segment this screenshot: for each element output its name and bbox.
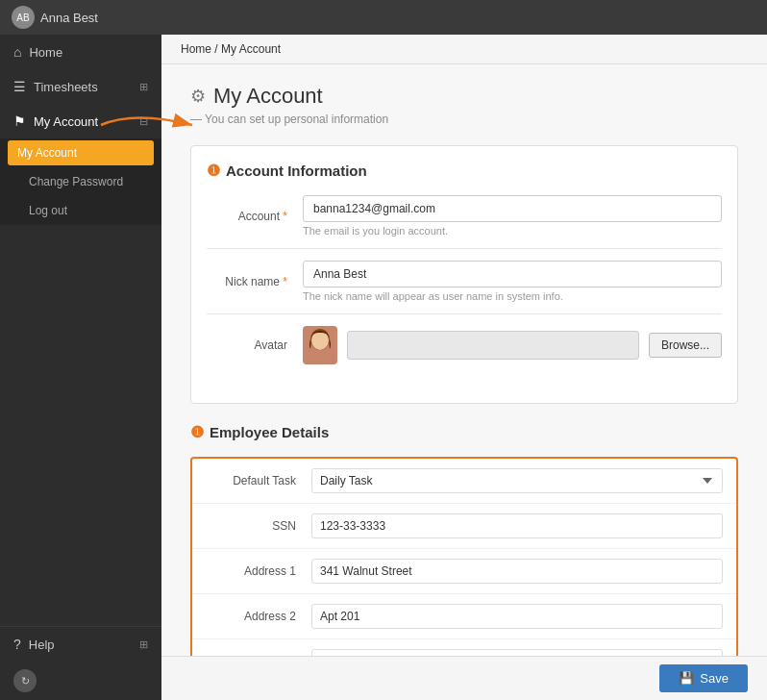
nickname-label: Nick name — [207, 275, 303, 288]
save-label: Save — [700, 671, 729, 686]
avatar-initials: AB — [16, 12, 29, 23]
sub-log-out-label: Log out — [29, 204, 67, 217]
sidebar: ⌂ Home ☰ Timesheets ⊞ ⚑ My Account ⊟ My … — [0, 35, 161, 700]
avatar-preview — [303, 326, 337, 364]
account-hint: The email is you login account. — [303, 225, 722, 237]
account-icon: ⚑ — [13, 113, 26, 129]
page-subtitle: — You can set up personal information — [190, 112, 738, 126]
help-collapse-icon: ⊞ — [139, 638, 148, 651]
content-area: Home / My Account ⚙ My Account — You can… — [161, 35, 767, 700]
avatar-row: Browse... — [303, 326, 722, 364]
account-label: Account — [207, 210, 303, 223]
sidebar-refresh-icon[interactable]: ↻ — [13, 669, 37, 692]
timesheets-collapse-icon: ⊞ — [139, 81, 148, 93]
address2-row: Address 2 — [192, 594, 736, 639]
default-task-row: Default Task Daily Task Weekly Task Mont… — [192, 459, 736, 504]
svg-point-1 — [307, 353, 334, 364]
avatar-field: Browse... — [303, 326, 722, 364]
ssn-input[interactable] — [311, 513, 723, 538]
sidebar-item-my-account[interactable]: ⚑ My Account ⊟ — [0, 104, 161, 138]
main-layout: ⌂ Home ☰ Timesheets ⊞ ⚑ My Account ⊟ My … — [0, 35, 767, 700]
account-info-icon: ❶ — [207, 162, 220, 180]
breadcrumb: Home / My Account — [161, 35, 767, 64]
sidebar-sub-item-change-password[interactable]: Change Password — [0, 167, 161, 196]
sub-change-password-label: Change Password — [29, 175, 123, 188]
save-button[interactable]: 💾 Save — [659, 664, 748, 692]
sidebar-help-section: ? Help ⊞ ↻ — [0, 626, 161, 700]
employee-section-title: Employee Details — [210, 424, 329, 440]
bottom-bar: 💾 Save — [161, 656, 767, 700]
save-icon: 💾 — [679, 671, 694, 686]
default-task-label: Default Task — [206, 474, 311, 488]
breadcrumb-current: My Account — [221, 42, 281, 56]
employee-section-card: Default Task Daily Task Weekly Task Mont… — [190, 457, 738, 656]
page-header: ⚙ My Account — [190, 84, 738, 109]
address2-label: Address 2 — [206, 610, 311, 623]
home-icon: ⌂ — [13, 44, 21, 60]
sidebar-sub-item-my-account[interactable]: My Account — [8, 140, 154, 165]
employee-section-heading: ❶ Employee Details — [190, 423, 738, 441]
default-task-field: Daily Task Weekly Task Monthly Task — [311, 468, 723, 493]
ssn-field — [311, 513, 723, 538]
account-input[interactable] — [303, 195, 722, 222]
account-info-section: ❶ Account Information Account The email … — [190, 145, 738, 404]
sidebar-item-timesheets[interactable]: ☰ Timesheets ⊞ — [0, 69, 161, 104]
default-task-select[interactable]: Daily Task Weekly Task Monthly Task — [311, 468, 723, 493]
account-info-title: Account Information — [226, 162, 367, 179]
browse-button[interactable]: Browse... — [649, 333, 722, 358]
nickname-field: The nick name will appear as user name i… — [303, 261, 722, 302]
city-input[interactable] — [311, 649, 723, 656]
address1-row: Address 1 — [192, 549, 736, 594]
avatar-svg — [303, 326, 337, 364]
address2-input[interactable] — [311, 604, 723, 629]
address1-label: Address 1 — [206, 564, 311, 578]
account-field-group: Account The email is you login account. — [207, 195, 722, 249]
account-info-heading: ❶ Account Information — [207, 162, 722, 180]
sidebar-item-home[interactable]: ⌂ Home — [0, 35, 161, 69]
ssn-label: SSN — [206, 519, 311, 533]
user-avatar: AB — [12, 6, 35, 29]
account-submenu: My Account Change Password Log out — [0, 138, 161, 225]
avatar-field-group: Avatar — [207, 326, 722, 376]
sidebar-help-label: Help — [29, 638, 55, 652]
sidebar-item-help[interactable]: ? Help ⊞ — [0, 627, 161, 662]
city-row: City — [192, 639, 736, 656]
employee-info-icon: ❶ — [190, 423, 204, 441]
sidebar-account-label: My Account — [34, 114, 98, 129]
account-field: The email is you login account. — [303, 195, 722, 237]
page-title: My Account — [213, 84, 323, 109]
sidebar-timesheets-label: Timesheets — [34, 80, 98, 94]
user-name: Anna Best — [40, 11, 98, 25]
breadcrumb-home[interactable]: Home — [181, 42, 211, 56]
ssn-row: SSN — [192, 504, 736, 549]
timesheets-icon: ☰ — [13, 79, 26, 94]
sidebar-sub-item-log-out[interactable]: Log out — [0, 196, 161, 225]
account-collapse-icon: ⊟ — [139, 115, 148, 128]
gear-icon: ⚙ — [190, 86, 206, 107]
address2-field — [311, 604, 723, 629]
help-icon: ? — [13, 637, 21, 652]
breadcrumb-separator: / — [214, 42, 217, 56]
address1-input[interactable] — [311, 559, 723, 584]
avatar-upload-area — [347, 331, 639, 360]
avatar-label: Avatar — [207, 338, 303, 352]
city-field — [311, 649, 723, 656]
nickname-hint: The nick name will appear as user name i… — [303, 290, 722, 302]
address1-field — [311, 559, 723, 584]
main-content: ⚙ My Account — You can set up personal i… — [161, 64, 767, 656]
nickname-input[interactable] — [303, 261, 722, 288]
sub-my-account-label: My Account — [17, 146, 77, 160]
sidebar-home-label: Home — [29, 45, 62, 60]
nickname-field-group: Nick name The nick name will appear as u… — [207, 261, 722, 314]
top-bar: AB Anna Best — [0, 0, 767, 35]
